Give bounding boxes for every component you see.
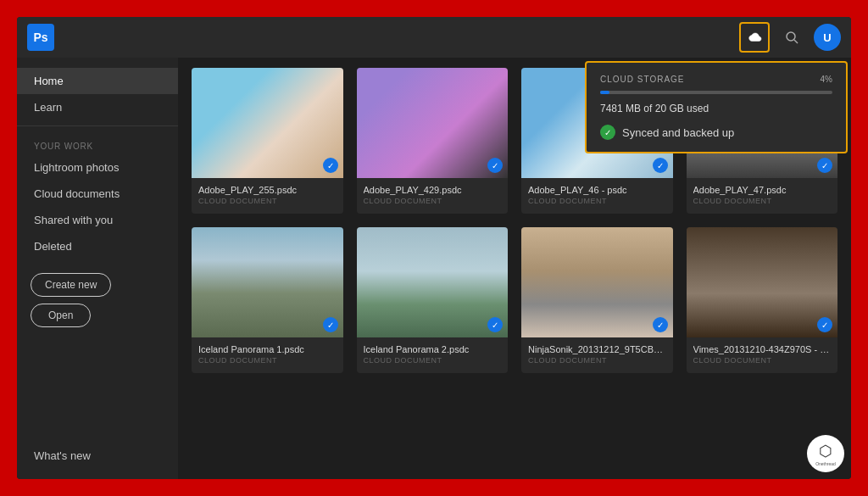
file-thumb-0: ✓	[192, 68, 343, 178]
cloud-storage-percent: 4%	[821, 75, 832, 84]
file-card-4[interactable]: ✓ Iceland Panorama 1.psdc CLOUD DOCUMENT	[192, 227, 343, 373]
sync-check-1: ✓	[487, 158, 503, 173]
file-thumb-1: ✓	[357, 68, 509, 178]
file-type-1: CLOUD DOCUMENT	[364, 197, 502, 205]
file-thumb-5: ✓	[357, 227, 509, 337]
sync-check-7: ✓	[817, 317, 832, 332]
sidebar-item-cloud[interactable]: Cloud documents	[17, 181, 178, 207]
file-name-7: Vimes_20131210-434Z970S - Copy.psdc	[693, 344, 832, 354]
content-area: ✓ Adobe_PLAY_255.psdc CLOUD DOCUMENT ✓ A…	[178, 58, 851, 479]
sidebar-actions: Create new Open	[17, 259, 178, 334]
sync-check-6: ✓	[653, 317, 668, 332]
cloud-storage-title: CLOUD STORAGE	[600, 75, 685, 84]
file-info-3: Adobe_PLAY_47.psdc CLOUD DOCUMENT	[687, 178, 838, 214]
file-card-6[interactable]: ✓ NinjaSonik_20131212_9T5CB918 - Copy.ps…	[521, 227, 673, 373]
user-avatar[interactable]: U	[814, 24, 841, 51]
sidebar-item-lightroom[interactable]: Lightroom photos	[17, 154, 178, 181]
ps-logo: Ps	[27, 24, 54, 51]
sync-status-icon: ✓	[600, 125, 615, 140]
file-name-0: Adobe_PLAY_255.psdc	[198, 185, 337, 195]
sync-check-3: ✓	[817, 158, 832, 173]
file-info-0: Adobe_PLAY_255.psdc CLOUD DOCUMENT	[192, 178, 343, 214]
file-info-4: Iceland Panorama 1.psdc CLOUD DOCUMENT	[192, 337, 343, 373]
file-info-7: Vimes_20131210-434Z970S - Copy.psdc CLOU…	[687, 337, 838, 373]
file-name-1: Adobe_PLAY_429.psdc	[364, 185, 502, 195]
app-window: Ps U Home Learn	[17, 17, 851, 479]
title-bar-right: U	[739, 22, 841, 53]
cloud-storage-popup: CLOUD STORAGE 4% 7481 MB of 20 GB used ✓…	[585, 61, 848, 153]
file-type-5: CLOUD DOCUMENT	[364, 356, 502, 365]
cloud-popup-header: CLOUD STORAGE 4%	[600, 75, 832, 84]
your-work-label: YOUR WORK	[17, 131, 178, 154]
sidebar-item-whats-new[interactable]: What's new	[17, 443, 178, 469]
sync-check-4: ✓	[323, 317, 338, 332]
file-info-1: Adobe_PLAY_429.psdc CLOUD DOCUMENT	[357, 178, 509, 214]
sidebar-item-learn[interactable]: Learn	[17, 94, 178, 120]
onethread-icon: ⬡	[819, 442, 832, 460]
file-type-6: CLOUD DOCUMENT	[528, 356, 666, 365]
file-type-0: CLOUD DOCUMENT	[198, 197, 337, 205]
file-info-5: Iceland Panorama 2.psdc CLOUD DOCUMENT	[357, 337, 509, 373]
file-thumb-7: ✓	[687, 227, 838, 337]
cloud-storage-used: 7481 MB of 20 GB used	[600, 103, 832, 114]
cloud-progress-bar	[600, 91, 832, 94]
file-card-1[interactable]: ✓ Adobe_PLAY_429.psdc CLOUD DOCUMENT	[357, 68, 509, 214]
title-bar: Ps U	[17, 17, 851, 58]
sidebar-item-home[interactable]: Home	[17, 68, 178, 94]
cloud-progress-fill	[600, 91, 609, 94]
sync-check-2: ✓	[653, 158, 668, 173]
main-content: Home Learn YOUR WORK Lightroom photos Cl…	[17, 58, 851, 479]
file-name-2: Adobe_PLAY_46 - psdc	[528, 185, 666, 195]
file-name-4: Iceland Panorama 1.psdc	[198, 344, 337, 354]
svg-point-0	[787, 32, 795, 41]
file-card-5[interactable]: ✓ Iceland Panorama 2.psdc CLOUD DOCUMENT	[357, 227, 509, 373]
sidebar-item-deleted[interactable]: Deleted	[17, 233, 178, 259]
file-card-0[interactable]: ✓ Adobe_PLAY_255.psdc CLOUD DOCUMENT	[192, 68, 343, 214]
file-type-2: CLOUD DOCUMENT	[528, 197, 666, 205]
file-info-6: NinjaSonik_20131212_9T5CB918 - Copy.psdc…	[521, 337, 673, 373]
open-button[interactable]: Open	[31, 304, 91, 327]
sidebar-item-shared[interactable]: Shared with you	[17, 207, 178, 233]
cloud-sync-text: Synced and backed up	[622, 126, 734, 139]
file-name-6: NinjaSonik_20131212_9T5CB918 - Copy.psdc	[528, 344, 666, 354]
file-name-5: Iceland Panorama 2.psdc	[364, 344, 502, 354]
file-card-7[interactable]: ✓ Vimes_20131210-434Z970S - Copy.psdc CL…	[687, 227, 838, 373]
title-bar-left: Ps	[27, 24, 54, 51]
svg-line-1	[794, 40, 798, 43]
file-type-7: CLOUD DOCUMENT	[693, 356, 832, 365]
file-type-4: CLOUD DOCUMENT	[198, 356, 337, 365]
onethread-badge[interactable]: ⬡ Onethread	[807, 435, 844, 472]
file-info-2: Adobe_PLAY_46 - psdc CLOUD DOCUMENT	[521, 178, 673, 214]
cloud-button[interactable]	[739, 22, 770, 53]
sync-check-0: ✓	[323, 158, 338, 173]
search-button[interactable]	[776, 22, 807, 53]
file-name-3: Adobe_PLAY_47.psdc	[693, 185, 832, 195]
file-type-3: CLOUD DOCUMENT	[693, 197, 832, 205]
sync-check-5: ✓	[487, 317, 503, 332]
file-thumb-4: ✓	[192, 227, 343, 337]
cloud-popup-status: ✓ Synced and backed up	[600, 125, 832, 140]
file-thumb-6: ✓	[521, 227, 673, 337]
sidebar: Home Learn YOUR WORK Lightroom photos Cl…	[17, 58, 178, 479]
create-new-button[interactable]: Create new	[31, 273, 111, 297]
